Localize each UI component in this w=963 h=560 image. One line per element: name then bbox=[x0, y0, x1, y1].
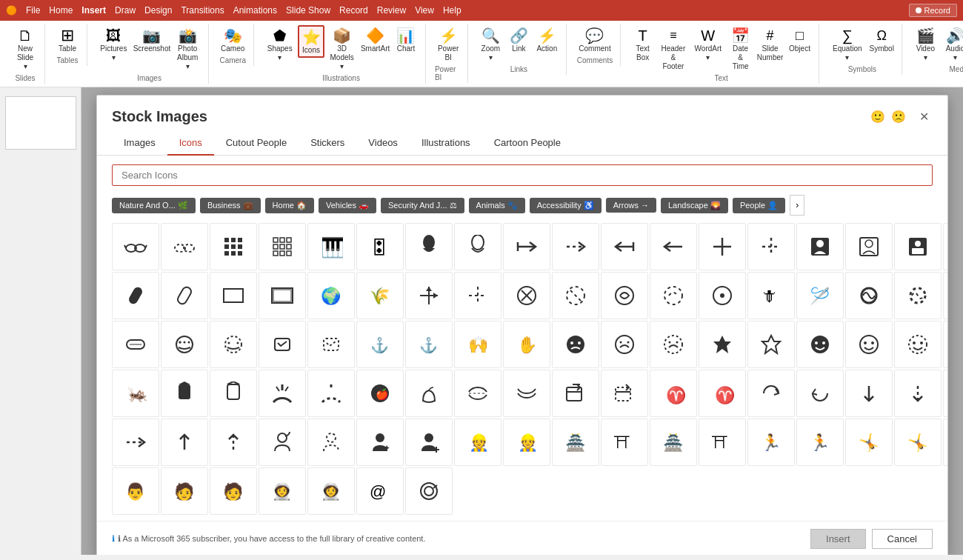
icon-cell[interactable]: 🏯 bbox=[552, 419, 599, 466]
icon-cell[interactable]: 🧑 bbox=[210, 467, 257, 515]
icon-cell[interactable] bbox=[307, 370, 355, 417]
icon-cell[interactable] bbox=[796, 223, 844, 270]
icon-cell[interactable]: 👨 bbox=[112, 467, 159, 515]
icon-cell[interactable] bbox=[112, 223, 159, 270]
icon-cell[interactable] bbox=[503, 272, 550, 319]
icon-cell[interactable] bbox=[259, 223, 306, 270]
icon-cell[interactable] bbox=[796, 370, 844, 417]
icon-cell[interactable] bbox=[405, 370, 453, 417]
icon-cell[interactable]: 🐜 bbox=[943, 321, 947, 368]
tab-icons[interactable]: Icons bbox=[167, 131, 214, 156]
icon-cell[interactable] bbox=[845, 272, 893, 319]
ribbon-btn-shapes[interactable]: ⬟ Shapes ▾ bbox=[263, 25, 296, 64]
icon-cell[interactable] bbox=[405, 272, 453, 319]
icon-cell[interactable] bbox=[650, 223, 697, 270]
cat-accessibility[interactable]: Accessibility ♿ bbox=[530, 198, 602, 213]
icon-cell[interactable]: 🦗 bbox=[112, 370, 159, 417]
search-input[interactable] bbox=[112, 164, 933, 186]
tab-illustrations[interactable]: Illustrations bbox=[410, 131, 482, 156]
happy-face-icon[interactable]: 🙂 bbox=[870, 110, 885, 124]
icon-cell[interactable] bbox=[405, 223, 453, 270]
icon-cell[interactable] bbox=[210, 321, 257, 368]
icon-cell[interactable]: 🗡 bbox=[747, 272, 795, 319]
icon-cell[interactable] bbox=[601, 321, 648, 368]
menu-draw[interactable]: Draw bbox=[115, 5, 136, 16]
icon-cell[interactable] bbox=[112, 321, 159, 368]
ribbon-btn-symbol[interactable]: Ω Symbol bbox=[867, 25, 896, 55]
menu-help[interactable]: Help bbox=[443, 5, 461, 16]
menu-home[interactable]: Home bbox=[49, 5, 73, 16]
icon-cell[interactable] bbox=[259, 370, 306, 417]
icon-cell[interactable] bbox=[845, 321, 893, 368]
icon-cell[interactable] bbox=[210, 370, 257, 417]
ribbon-btn-icons[interactable]: ⭐ Icons bbox=[298, 25, 324, 58]
icon-cell[interactable] bbox=[552, 223, 599, 270]
ribbon-btn-action[interactable]: ⚡ Action bbox=[533, 25, 560, 55]
icon-cell[interactable]: 🤸 bbox=[894, 419, 942, 466]
icon-cell[interactable] bbox=[161, 223, 208, 270]
record-button[interactable]: Record bbox=[909, 4, 957, 17]
icon-cell[interactable] bbox=[405, 467, 453, 515]
icon-cell[interactable] bbox=[210, 223, 257, 270]
icon-cell[interactable]: ♈ bbox=[699, 370, 746, 417]
cancel-button[interactable]: Cancel bbox=[872, 529, 933, 549]
cat-vehicles[interactable]: Vehicles 🚗 bbox=[319, 198, 376, 213]
icon-cell[interactable]: 👷 bbox=[454, 419, 502, 466]
icon-cell[interactable]: 🎹 bbox=[307, 223, 355, 270]
icon-cell[interactable] bbox=[845, 370, 893, 417]
icon-cell[interactable]: 👨 bbox=[943, 419, 947, 466]
icon-cell[interactable] bbox=[894, 321, 942, 368]
icon-cell[interactable] bbox=[161, 419, 208, 466]
icon-cell[interactable] bbox=[650, 272, 697, 319]
icon-cell[interactable]: ✦ bbox=[356, 419, 404, 466]
icon-cell[interactable] bbox=[845, 223, 893, 270]
ribbon-btn-link[interactable]: 🔗 Link bbox=[505, 25, 532, 55]
icon-cell[interactable]: 🤸 bbox=[845, 419, 893, 466]
menu-review[interactable]: Review bbox=[377, 5, 406, 16]
icon-cell[interactable] bbox=[161, 321, 208, 368]
insert-button[interactable]: Insert bbox=[810, 529, 866, 549]
icon-cell[interactable] bbox=[601, 272, 648, 319]
icon-cell[interactable] bbox=[454, 223, 502, 270]
icon-cell[interactable] bbox=[699, 223, 746, 270]
icon-cell[interactable]: @ bbox=[356, 467, 404, 515]
icon-cell[interactable] bbox=[943, 272, 947, 319]
icon-cell[interactable]: 🙌 bbox=[454, 321, 502, 368]
icon-cell[interactable]: 🏃 bbox=[796, 419, 844, 466]
tab-cutout-people[interactable]: Cutout People bbox=[214, 131, 299, 156]
icon-cell[interactable] bbox=[503, 370, 550, 417]
icon-cell[interactable] bbox=[259, 272, 306, 319]
icon-cell[interactable]: 🏃 bbox=[747, 419, 795, 466]
ribbon-btn-photo-album[interactable]: 📸 PhotoAlbum ▾ bbox=[173, 25, 202, 73]
icon-cell[interactable] bbox=[796, 321, 844, 368]
icon-cell[interactable] bbox=[503, 223, 550, 270]
icon-cell[interactable]: 👩‍🚀 bbox=[307, 467, 355, 515]
ribbon-btn-3d-models[interactable]: 📦 3DModels ▾ bbox=[326, 25, 358, 73]
icon-cell[interactable] bbox=[894, 370, 942, 417]
icon-cell[interactable]: 🧑 bbox=[161, 467, 208, 515]
icon-cell[interactable] bbox=[747, 321, 795, 368]
menu-insert[interactable]: Insert bbox=[81, 5, 106, 16]
ribbon-btn-slide-number[interactable]: # SlideNumber bbox=[756, 25, 785, 64]
icon-cell[interactable] bbox=[943, 223, 947, 270]
ribbon-btn-zoom[interactable]: 🔍 Zoom ▾ bbox=[477, 25, 504, 64]
ribbon-btn-new-slide[interactable]: 🗋 NewSlide ▾ bbox=[12, 25, 39, 73]
ribbon-btn-comment[interactable]: 💬 Comment bbox=[576, 25, 613, 55]
ribbon-btn-chart[interactable]: 📊 Chart bbox=[393, 25, 419, 55]
ribbon-btn-table[interactable]: ⊞ Table bbox=[54, 25, 81, 55]
icon-cell[interactable] bbox=[601, 223, 648, 270]
icon-cell[interactable] bbox=[894, 272, 942, 319]
icon-cell[interactable] bbox=[161, 272, 208, 319]
icon-cell[interactable] bbox=[307, 419, 355, 466]
icon-cell[interactable] bbox=[405, 419, 453, 466]
modal-close-button[interactable]: ✕ bbox=[915, 107, 933, 125]
icon-cell[interactable] bbox=[552, 321, 599, 368]
icon-cell[interactable]: ✋ bbox=[503, 321, 550, 368]
ribbon-btn-object[interactable]: □ Object bbox=[786, 25, 813, 55]
ribbon-btn-pictures[interactable]: 🖼 Pictures ▾ bbox=[96, 25, 131, 64]
icon-cell[interactable]: ⛩ bbox=[699, 419, 746, 466]
icon-cell[interactable] bbox=[747, 370, 795, 417]
icon-cell[interactable]: 🪡 bbox=[796, 272, 844, 319]
icon-cell[interactable] bbox=[552, 272, 599, 319]
cat-people[interactable]: People 👤 bbox=[733, 198, 785, 213]
